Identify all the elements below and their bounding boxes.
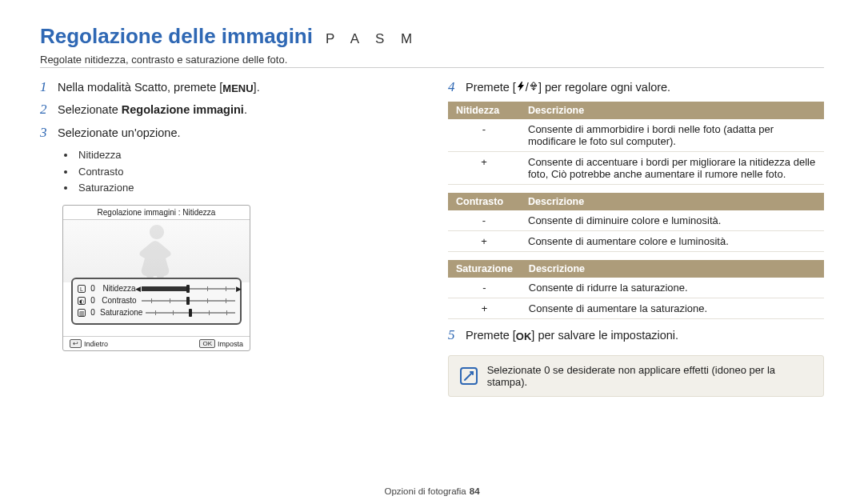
page-title: Regolazione delle immagini	[40, 24, 313, 49]
menu-key-icon: MENU	[222, 83, 253, 94]
page-footer: Opzioni di fotografia84	[0, 486, 864, 496]
table-contrasto: ContrastoDescrizione -Consente di diminu…	[448, 193, 824, 252]
step-2-text: Selezionate Regolazione immagini.	[58, 102, 247, 118]
note-icon	[460, 367, 478, 385]
list-item: Contrasto	[64, 164, 416, 181]
step-1-text: Nella modalità Scatto, premete [MENU].	[58, 79, 260, 95]
table-nitidezza: NitidezzaDescrizione -Consente di ammorb…	[448, 102, 824, 185]
table-row: +Consente di aumentare colore e luminosi…	[448, 231, 824, 252]
ok-key-icon: OK	[516, 331, 532, 342]
step-3-text: Selezionate un'opzione.	[58, 125, 181, 141]
set-button: OKImposta	[199, 339, 243, 348]
silhouette-icon	[129, 220, 185, 282]
option-list: Nitidezza Contrasto Saturazione	[64, 147, 416, 197]
step-number: 1	[40, 79, 51, 95]
step-4-text: Premete [ / ] per regolare ogni valore.	[466, 79, 670, 95]
macro-icon	[529, 79, 538, 95]
slider-row-saturazione: ▥ 0 Saturazione	[78, 306, 235, 318]
slider: ◀ ▶	[142, 286, 235, 292]
slider	[146, 310, 235, 316]
contrast-icon: ◐	[78, 297, 86, 305]
page-subtitle: Regolate nitidezza, contrasto e saturazi…	[40, 54, 824, 66]
table-row: -Consente di ridurre la saturazione.	[448, 278, 824, 298]
table-row: -Consente di ammorbidire i bordi nelle f…	[448, 119, 824, 152]
divider	[40, 67, 824, 68]
table-row: +Consente di aumentare la saturazione.	[448, 298, 824, 319]
table-row: -Consente di diminuire colore e luminosi…	[448, 210, 824, 231]
back-button: ↩Indietro	[70, 339, 108, 348]
table-saturazione: SaturazioneDescrizione -Consente di ridu…	[448, 260, 824, 319]
note-text: Selezionate 0 se desiderate non applicar…	[487, 364, 812, 388]
slider	[142, 298, 235, 304]
mode-indicator: P A S M	[326, 31, 418, 47]
list-item: Saturazione	[64, 180, 416, 197]
step-number: 4	[448, 79, 459, 95]
list-item: Nitidezza	[64, 147, 416, 164]
step-5-text: Premete [OK] per salvare le impostazioni…	[466, 327, 678, 343]
flash-icon	[516, 79, 526, 95]
step-number: 5	[448, 327, 459, 343]
note-box: Selezionate 0 se desiderate non applicar…	[448, 355, 824, 397]
preview-title: Regolazione immagini : Nitidezza	[63, 206, 250, 220]
step-number: 3	[40, 125, 51, 141]
table-row: +Consente di accentuare i bordi per migl…	[448, 152, 824, 185]
camera-preview: Regolazione immagini : Nitidezza L 0 Nit…	[62, 205, 250, 351]
sharpness-icon: L	[78, 285, 86, 293]
slider-row-nitidezza: L 0 Nitidezza ◀ ▶	[78, 282, 235, 294]
saturation-icon: ▥	[78, 309, 86, 317]
step-number: 2	[40, 102, 51, 118]
slider-row-contrasto: ◐ 0 Contrasto	[78, 294, 235, 306]
